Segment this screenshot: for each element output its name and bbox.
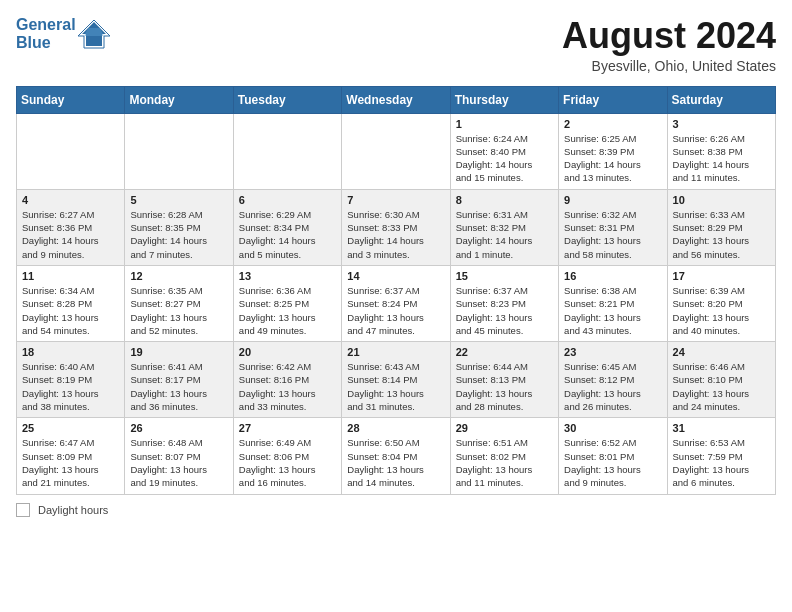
day-info: Sunrise: 6:24 AM Sunset: 8:40 PM Dayligh… [456, 132, 553, 185]
day-number: 15 [456, 270, 553, 282]
day-number: 27 [239, 422, 336, 434]
day-number: 31 [673, 422, 770, 434]
day-info: Sunrise: 6:37 AM Sunset: 8:23 PM Dayligh… [456, 284, 553, 337]
day-number: 10 [673, 194, 770, 206]
day-info: Sunrise: 6:44 AM Sunset: 8:13 PM Dayligh… [456, 360, 553, 413]
calendar-day-cell: 2Sunrise: 6:25 AM Sunset: 8:39 PM Daylig… [559, 113, 667, 189]
day-number: 30 [564, 422, 661, 434]
day-info: Sunrise: 6:32 AM Sunset: 8:31 PM Dayligh… [564, 208, 661, 261]
calendar-day-header: Friday [559, 86, 667, 113]
month-title: August 2024 [562, 16, 776, 56]
day-number: 2 [564, 118, 661, 130]
day-info: Sunrise: 6:28 AM Sunset: 8:35 PM Dayligh… [130, 208, 227, 261]
day-number: 16 [564, 270, 661, 282]
day-info: Sunrise: 6:53 AM Sunset: 7:59 PM Dayligh… [673, 436, 770, 489]
calendar-day-cell: 20Sunrise: 6:42 AM Sunset: 8:16 PM Dayli… [233, 342, 341, 418]
calendar-day-cell: 27Sunrise: 6:49 AM Sunset: 8:06 PM Dayli… [233, 418, 341, 494]
day-number: 8 [456, 194, 553, 206]
legend-label: Daylight hours [38, 504, 108, 516]
calendar-day-cell: 6Sunrise: 6:29 AM Sunset: 8:34 PM Daylig… [233, 189, 341, 265]
calendar-day-header: Saturday [667, 86, 775, 113]
calendar-table: SundayMondayTuesdayWednesdayThursdayFrid… [16, 86, 776, 495]
calendar-day-cell: 9Sunrise: 6:32 AM Sunset: 8:31 PM Daylig… [559, 189, 667, 265]
calendar-day-cell: 5Sunrise: 6:28 AM Sunset: 8:35 PM Daylig… [125, 189, 233, 265]
calendar-week-row: 18Sunrise: 6:40 AM Sunset: 8:19 PM Dayli… [17, 342, 776, 418]
day-info: Sunrise: 6:42 AM Sunset: 8:16 PM Dayligh… [239, 360, 336, 413]
day-info: Sunrise: 6:26 AM Sunset: 8:38 PM Dayligh… [673, 132, 770, 185]
day-number: 17 [673, 270, 770, 282]
day-info: Sunrise: 6:39 AM Sunset: 8:20 PM Dayligh… [673, 284, 770, 337]
calendar-day-cell: 23Sunrise: 6:45 AM Sunset: 8:12 PM Dayli… [559, 342, 667, 418]
calendar-week-row: 25Sunrise: 6:47 AM Sunset: 8:09 PM Dayli… [17, 418, 776, 494]
day-number: 22 [456, 346, 553, 358]
calendar-day-cell: 30Sunrise: 6:52 AM Sunset: 8:01 PM Dayli… [559, 418, 667, 494]
location: Byesville, Ohio, United States [562, 58, 776, 74]
day-number: 9 [564, 194, 661, 206]
calendar-day-cell: 31Sunrise: 6:53 AM Sunset: 7:59 PM Dayli… [667, 418, 775, 494]
day-info: Sunrise: 6:25 AM Sunset: 8:39 PM Dayligh… [564, 132, 661, 185]
day-number: 11 [22, 270, 119, 282]
day-number: 28 [347, 422, 444, 434]
calendar-day-cell [125, 113, 233, 189]
day-info: Sunrise: 6:37 AM Sunset: 8:24 PM Dayligh… [347, 284, 444, 337]
calendar-day-cell: 7Sunrise: 6:30 AM Sunset: 8:33 PM Daylig… [342, 189, 450, 265]
day-number: 7 [347, 194, 444, 206]
calendar-day-cell: 26Sunrise: 6:48 AM Sunset: 8:07 PM Dayli… [125, 418, 233, 494]
calendar-day-cell: 12Sunrise: 6:35 AM Sunset: 8:27 PM Dayli… [125, 265, 233, 341]
day-info: Sunrise: 6:27 AM Sunset: 8:36 PM Dayligh… [22, 208, 119, 261]
logo: General Blue [16, 16, 110, 53]
day-number: 24 [673, 346, 770, 358]
day-number: 1 [456, 118, 553, 130]
day-number: 18 [22, 346, 119, 358]
calendar-day-cell [233, 113, 341, 189]
day-info: Sunrise: 6:52 AM Sunset: 8:01 PM Dayligh… [564, 436, 661, 489]
title-block: August 2024 Byesville, Ohio, United Stat… [562, 16, 776, 74]
calendar-day-cell: 13Sunrise: 6:36 AM Sunset: 8:25 PM Dayli… [233, 265, 341, 341]
day-number: 23 [564, 346, 661, 358]
day-number: 6 [239, 194, 336, 206]
day-info: Sunrise: 6:46 AM Sunset: 8:10 PM Dayligh… [673, 360, 770, 413]
calendar-week-row: 1Sunrise: 6:24 AM Sunset: 8:40 PM Daylig… [17, 113, 776, 189]
calendar-day-cell: 3Sunrise: 6:26 AM Sunset: 8:38 PM Daylig… [667, 113, 775, 189]
day-info: Sunrise: 6:31 AM Sunset: 8:32 PM Dayligh… [456, 208, 553, 261]
calendar-day-cell: 14Sunrise: 6:37 AM Sunset: 8:24 PM Dayli… [342, 265, 450, 341]
day-info: Sunrise: 6:51 AM Sunset: 8:02 PM Dayligh… [456, 436, 553, 489]
calendar-day-cell [342, 113, 450, 189]
day-info: Sunrise: 6:50 AM Sunset: 8:04 PM Dayligh… [347, 436, 444, 489]
calendar-day-cell: 17Sunrise: 6:39 AM Sunset: 8:20 PM Dayli… [667, 265, 775, 341]
calendar-week-row: 4Sunrise: 6:27 AM Sunset: 8:36 PM Daylig… [17, 189, 776, 265]
calendar-day-header: Monday [125, 86, 233, 113]
calendar-day-cell: 8Sunrise: 6:31 AM Sunset: 8:32 PM Daylig… [450, 189, 558, 265]
day-number: 3 [673, 118, 770, 130]
calendar-day-cell: 21Sunrise: 6:43 AM Sunset: 8:14 PM Dayli… [342, 342, 450, 418]
logo-icon [78, 18, 110, 50]
calendar-day-cell: 18Sunrise: 6:40 AM Sunset: 8:19 PM Dayli… [17, 342, 125, 418]
day-info: Sunrise: 6:34 AM Sunset: 8:28 PM Dayligh… [22, 284, 119, 337]
calendar-week-row: 11Sunrise: 6:34 AM Sunset: 8:28 PM Dayli… [17, 265, 776, 341]
day-info: Sunrise: 6:38 AM Sunset: 8:21 PM Dayligh… [564, 284, 661, 337]
calendar-day-header: Sunday [17, 86, 125, 113]
calendar-day-cell: 4Sunrise: 6:27 AM Sunset: 8:36 PM Daylig… [17, 189, 125, 265]
day-number: 19 [130, 346, 227, 358]
day-number: 29 [456, 422, 553, 434]
legend-box [16, 503, 30, 517]
day-info: Sunrise: 6:43 AM Sunset: 8:14 PM Dayligh… [347, 360, 444, 413]
day-number: 12 [130, 270, 227, 282]
logo-subtext: Blue [16, 34, 76, 52]
day-info: Sunrise: 6:49 AM Sunset: 8:06 PM Dayligh… [239, 436, 336, 489]
calendar-day-header: Tuesday [233, 86, 341, 113]
calendar-day-cell: 24Sunrise: 6:46 AM Sunset: 8:10 PM Dayli… [667, 342, 775, 418]
calendar-day-cell: 16Sunrise: 6:38 AM Sunset: 8:21 PM Dayli… [559, 265, 667, 341]
logo-text: General [16, 16, 76, 34]
day-number: 25 [22, 422, 119, 434]
calendar-day-cell: 10Sunrise: 6:33 AM Sunset: 8:29 PM Dayli… [667, 189, 775, 265]
day-number: 14 [347, 270, 444, 282]
calendar-day-cell: 29Sunrise: 6:51 AM Sunset: 8:02 PM Dayli… [450, 418, 558, 494]
calendar-day-cell: 11Sunrise: 6:34 AM Sunset: 8:28 PM Dayli… [17, 265, 125, 341]
day-number: 4 [22, 194, 119, 206]
calendar-footer: Daylight hours [16, 503, 776, 517]
calendar-day-cell [17, 113, 125, 189]
day-info: Sunrise: 6:35 AM Sunset: 8:27 PM Dayligh… [130, 284, 227, 337]
calendar-day-cell: 28Sunrise: 6:50 AM Sunset: 8:04 PM Dayli… [342, 418, 450, 494]
calendar-day-header: Wednesday [342, 86, 450, 113]
